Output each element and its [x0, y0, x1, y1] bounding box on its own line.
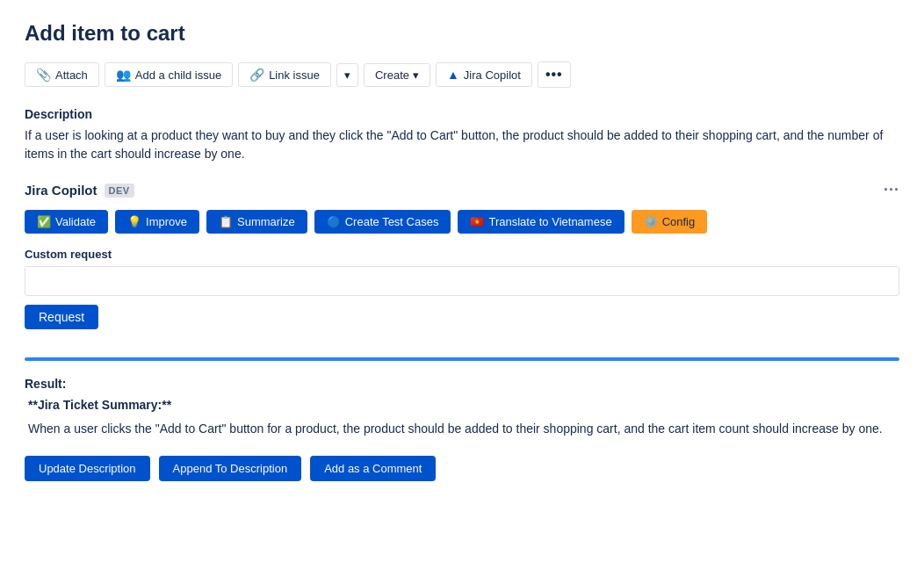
request-label: Request: [39, 310, 84, 324]
result-label: Result:: [25, 377, 899, 391]
config-button[interactable]: ⚙️ Config: [632, 210, 708, 234]
custom-request-label: Custom request: [25, 248, 899, 261]
link-issue-label: Link issue: [269, 68, 320, 82]
link-icon: 🔗: [249, 68, 264, 82]
attach-button[interactable]: 📎 Attach: [25, 62, 99, 87]
summarize-label: Summarize: [237, 215, 295, 228]
copilot-more-button[interactable]: ···: [884, 181, 899, 199]
validate-icon: ✅: [37, 215, 51, 228]
improve-label: Improve: [146, 215, 187, 228]
add-child-issue-button[interactable]: 👥 Add a child issue: [105, 62, 233, 87]
translate-vietnamese-button[interactable]: 🇻🇳 Translate to Vietnamese: [458, 210, 624, 234]
jira-copilot-label: Jira Copilot: [464, 68, 521, 82]
chevron-down-icon: ▾: [344, 68, 350, 82]
create-button[interactable]: Create ▾: [364, 63, 430, 87]
add-comment-label: Add as a Comment: [324, 462, 422, 475]
description-text: If a user is looking at a product they w…: [25, 126, 899, 163]
create-label: Create: [375, 68, 409, 82]
more-options-button[interactable]: •••: [538, 61, 571, 88]
description-heading: Description: [25, 107, 899, 121]
update-description-label: Update Description: [39, 462, 136, 475]
copilot-title: Jira Copilot DEV: [25, 183, 134, 198]
request-button[interactable]: Request: [25, 305, 98, 329]
improve-icon: 💡: [127, 215, 141, 228]
validate-label: Validate: [55, 215, 96, 228]
copilot-badge: DEV: [105, 184, 134, 198]
toolbar: 📎 Attach 👥 Add a child issue 🔗 Link issu…: [25, 61, 899, 88]
validate-button[interactable]: ✅ Validate: [25, 210, 108, 234]
translate-icon: 🇻🇳: [470, 215, 484, 228]
append-description-label: Append To Description: [173, 462, 288, 475]
description-section: Description If a user is looking at a pr…: [25, 107, 899, 163]
result-subtitle: **Jira Ticket Summary:**: [25, 398, 899, 412]
config-label: Config: [662, 215, 696, 228]
summarize-button[interactable]: 📋 Summarize: [206, 210, 307, 234]
jira-logo-icon: ▲: [447, 68, 459, 82]
more-icon: •••: [545, 67, 563, 82]
link-issue-button[interactable]: 🔗 Link issue: [238, 62, 331, 87]
config-icon: ⚙️: [644, 215, 658, 228]
improve-button[interactable]: 💡 Improve: [115, 210, 199, 234]
page-title: Add item to cart: [25, 21, 899, 46]
jira-copilot-button[interactable]: ▲ Jira Copilot: [436, 62, 532, 87]
result-actions: Update Description Append To Description…: [25, 456, 899, 481]
copilot-header: Jira Copilot DEV ···: [25, 181, 899, 199]
create-chevron-icon: ▾: [413, 68, 419, 82]
add-as-comment-button[interactable]: Add as a Comment: [310, 456, 436, 481]
copilot-action-buttons: ✅ Validate 💡 Improve 📋 Summarize 🔵 Creat…: [25, 210, 899, 234]
translate-label: Translate to Vietnamese: [488, 215, 611, 228]
copilot-title-text: Jira Copilot: [25, 183, 97, 198]
result-text: When a user clicks the "Add to Cart" but…: [25, 419, 899, 438]
append-to-description-button[interactable]: Append To Description: [159, 456, 302, 481]
copilot-section: Jira Copilot DEV ··· ✅ Validate 💡 Improv…: [25, 181, 899, 343]
create-test-cases-button[interactable]: 🔵 Create Test Cases: [314, 210, 451, 234]
custom-request-input[interactable]: [25, 266, 899, 296]
add-child-label: Add a child issue: [135, 68, 221, 82]
progress-bar: [25, 357, 899, 361]
result-section: Result: **Jira Ticket Summary:** When a …: [25, 377, 899, 481]
attach-icon: 📎: [36, 68, 51, 82]
create-test-cases-label: Create Test Cases: [345, 215, 439, 228]
update-description-button[interactable]: Update Description: [25, 456, 150, 481]
create-test-cases-icon: 🔵: [327, 215, 341, 228]
summarize-icon: 📋: [219, 215, 233, 228]
attach-label: Attach: [55, 68, 88, 82]
dropdown-button[interactable]: ▾: [336, 63, 358, 87]
child-issue-icon: 👥: [116, 68, 131, 82]
